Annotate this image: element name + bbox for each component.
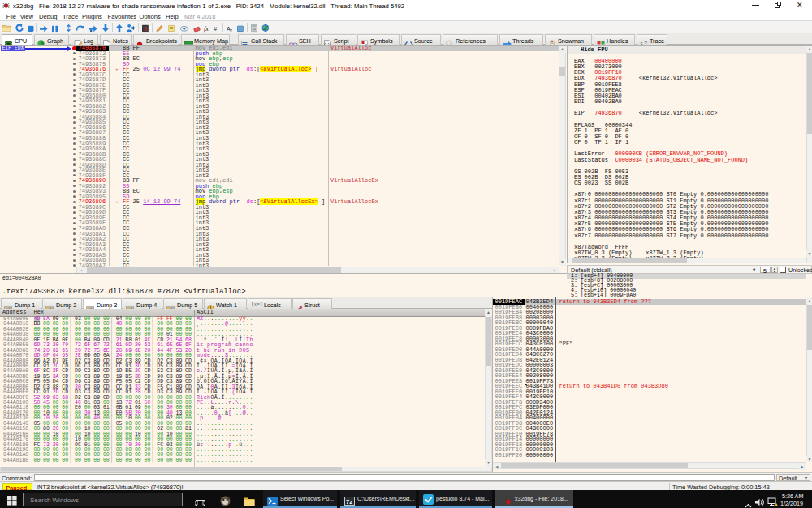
svg-text:7z: 7z (346, 498, 352, 506)
svg-text:8: 8 (144, 26, 147, 32)
svg-text:z: z (230, 28, 232, 33)
svg-text:#: # (214, 26, 218, 33)
svg-text:fx: fx (204, 26, 209, 33)
svg-text:!: ! (775, 502, 776, 506)
